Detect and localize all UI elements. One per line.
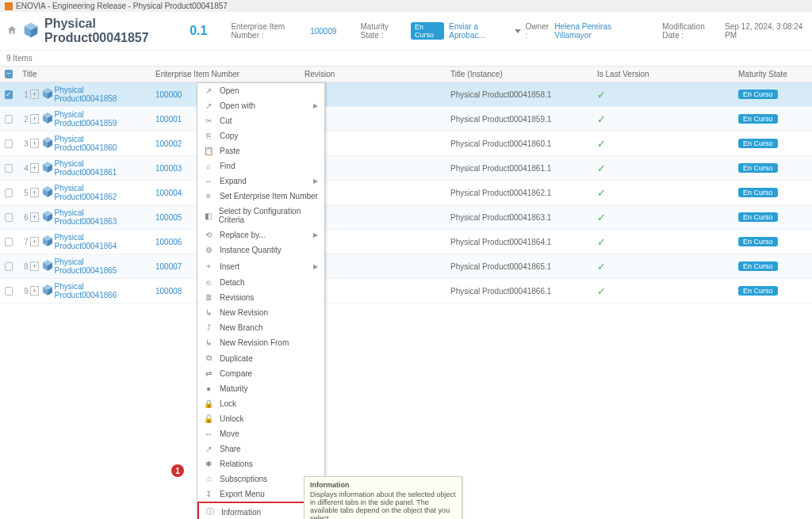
select-all-checkbox[interactable]: −: [5, 70, 13, 78]
col-is-last[interactable]: Is Last Version: [592, 67, 733, 82]
col-revision[interactable]: Revision: [300, 67, 446, 82]
context-menu-item[interactable]: ⚙Instance Quantity: [197, 242, 324, 258]
context-menu-item[interactable]: ↔Move: [197, 426, 324, 441]
menu-item-label: Find: [220, 162, 235, 170]
context-menu-item[interactable]: 📋Paste: [197, 143, 324, 158]
row-ein-link[interactable]: 100007: [155, 262, 182, 271]
menu-item-label: Cut: [220, 116, 232, 125]
context-menu-item[interactable]: ⟲Replace by...▶: [197, 227, 324, 242]
owner-value[interactable]: Helena Pereiras Villamayor: [554, 22, 638, 40]
context-menu-item[interactable]: ⤴New Branch: [197, 320, 324, 335]
check-icon: ✓: [597, 113, 606, 125]
row-title-link[interactable]: Physical Product00041862: [54, 184, 146, 201]
row-title-instance: Physical Product00041864.1: [446, 230, 592, 254]
row-title-link[interactable]: Physical Product00041864: [54, 233, 146, 250]
context-menu-item[interactable]: ＋Insert▶: [197, 258, 324, 275]
row-title-instance: Physical Product00041865.1: [446, 254, 592, 278]
row-ein-link[interactable]: 100006: [155, 238, 182, 246]
menu-item-icon: ☆: [204, 475, 213, 483]
menu-item-icon: ●: [204, 384, 213, 393]
context-menu-item[interactable]: ◧Select by Configuration Criteria: [197, 204, 324, 227]
expand-icon[interactable]: +: [30, 261, 40, 271]
row-checkbox[interactable]: [5, 213, 13, 222]
table-row[interactable]: 8+ Physical Product00041865100007Physica…: [0, 254, 812, 279]
home-icon[interactable]: [6, 25, 17, 37]
expand-icon[interactable]: +: [30, 114, 40, 124]
submenu-arrow-icon: ▶: [313, 177, 318, 185]
row-checkbox[interactable]: [5, 139, 13, 148]
context-menu-item[interactable]: ↳New Revision From: [197, 335, 324, 350]
row-title-link[interactable]: Physical Product00041860: [54, 135, 146, 152]
row-checkbox[interactable]: [5, 164, 13, 173]
context-menu-item[interactable]: ≡Set Enterprise Item Number: [197, 189, 324, 204]
table-row[interactable]: 9+ Physical Product00041866100008Physica…: [0, 279, 812, 303]
menu-item-icon: ⓘ: [205, 506, 215, 517]
maturity-badge: En Curso: [411, 22, 444, 40]
row-checkbox[interactable]: [5, 238, 13, 246]
context-menu-item[interactable]: ↗Open with▶: [197, 98, 324, 113]
row-ein-link[interactable]: 100003: [155, 164, 182, 173]
expand-icon[interactable]: +: [30, 212, 40, 222]
menu-item-icon: ⤴: [204, 323, 213, 332]
context-menu-item[interactable]: ↔Expand▶: [197, 174, 324, 189]
context-menu-item[interactable]: ↗Share: [197, 441, 324, 456]
table-row[interactable]: 6+ Physical Product00041863100005Physica…: [0, 205, 812, 230]
row-title-link[interactable]: Physical Product00041858: [54, 86, 146, 103]
menu-item-icon: ↗: [204, 86, 213, 95]
context-menu-item[interactable]: ⧉Duplicate: [197, 350, 324, 366]
context-menu-item[interactable]: ⌕Find: [197, 158, 324, 174]
send-approval-button[interactable]: Enviar a Aprobac...: [449, 22, 506, 40]
row-ein-link[interactable]: 100005: [155, 213, 182, 222]
context-menu-item[interactable]: ↗Open: [197, 83, 324, 98]
row-ein-link[interactable]: 100004: [155, 189, 182, 197]
menu-item-label: Instance Quantity: [220, 246, 282, 254]
context-menu-item[interactable]: ⎘Copy: [197, 128, 324, 143]
context-menu-item[interactable]: ✱Relations: [197, 456, 324, 471]
chevron-down-icon[interactable]: [515, 29, 521, 33]
cube-icon: [41, 136, 54, 151]
row-ein-link[interactable]: 100008: [155, 287, 182, 296]
expand-icon[interactable]: +: [30, 139, 40, 148]
context-menu-item[interactable]: ⎋Detach: [197, 275, 324, 290]
expand-icon[interactable]: +: [30, 237, 40, 246]
row-title-link[interactable]: Physical Product00041863: [54, 208, 146, 226]
table-row[interactable]: 2+ Physical Product00041859100001Physica…: [0, 107, 812, 132]
row-checkbox[interactable]: [5, 262, 13, 271]
ein-value[interactable]: 100009: [310, 27, 336, 36]
table-row[interactable]: 3+ Physical Product00041860100002Physica…: [0, 132, 812, 156]
row-checkbox[interactable]: ✓: [5, 90, 13, 99]
row-ein-link[interactable]: 100000: [155, 90, 182, 99]
col-title-instance[interactable]: Title (Instance): [446, 67, 592, 82]
table-row[interactable]: 5+ Physical Product00041862100004Physica…: [0, 181, 812, 205]
context-menu-item[interactable]: ↳New Revision: [197, 305, 324, 320]
col-maturity[interactable]: Maturity State: [733, 67, 812, 82]
expand-icon[interactable]: +: [30, 188, 40, 197]
context-menu-item[interactable]: ≣Revisions: [197, 290, 324, 305]
context-menu-item[interactable]: ⇄Compare: [197, 366, 324, 381]
row-ein-link[interactable]: 100001: [155, 115, 182, 124]
table-row[interactable]: ✓1+ Physical Product00041858100000Physic…: [0, 82, 812, 107]
row-title-link[interactable]: Physical Product00041866: [54, 282, 146, 300]
expand-icon[interactable]: +: [30, 163, 40, 173]
expand-icon[interactable]: +: [30, 90, 40, 99]
row-title-link[interactable]: Physical Product00041865: [54, 258, 146, 275]
col-ein[interactable]: Enterprise Item Number: [151, 67, 300, 82]
context-menu-item[interactable]: 🔓Unlock: [197, 411, 324, 426]
row-title-link[interactable]: Physical Product00041861: [54, 159, 146, 177]
cube-icon: [41, 185, 54, 200]
row-title-instance: Physical Product00041861.1: [446, 156, 592, 180]
context-menu-item[interactable]: ●Maturity: [197, 381, 324, 396]
row-checkbox[interactable]: [5, 287, 13, 296]
row-checkbox[interactable]: [5, 189, 13, 197]
table-row[interactable]: 7+ Physical Product00041864100006Physica…: [0, 230, 812, 254]
context-menu-item[interactable]: 🔒Lock: [197, 396, 324, 411]
expand-icon[interactable]: +: [30, 286, 40, 296]
table-row[interactable]: 4+ Physical Product00041861100003Physica…: [0, 156, 812, 181]
row-ein-link[interactable]: 100002: [155, 139, 182, 148]
maturity-state-badge: En Curso: [738, 261, 778, 271]
window-titlebar: ENOVIA - Engineering Release - Physical …: [0, 0, 812, 12]
row-checkbox[interactable]: [5, 115, 13, 124]
row-title-link[interactable]: Physical Product00041859: [54, 110, 146, 128]
col-title[interactable]: Title: [17, 67, 151, 82]
context-menu-item[interactable]: ✂Cut: [197, 113, 324, 128]
